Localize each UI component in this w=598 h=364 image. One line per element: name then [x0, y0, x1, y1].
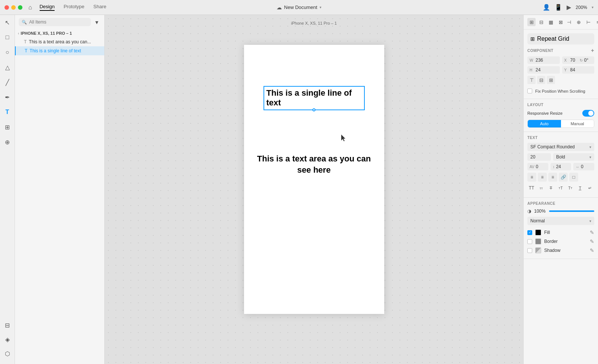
shadow-row: Shadow ✎	[527, 246, 594, 255]
text-box-button[interactable]: □	[569, 173, 578, 182]
align-center-icon[interactable]: ⊕	[574, 18, 583, 26]
canvas-area[interactable]: iPhone X, XS, 11 Pro – 1 This is a singl…	[105, 15, 523, 364]
layers-icon[interactable]: ◈	[3, 335, 12, 344]
component-section-title: COMPONENT +	[527, 47, 594, 53]
artboard[interactable]: This is a single line of text This is a …	[244, 45, 384, 314]
responsive-resize-toggle[interactable]	[582, 110, 594, 117]
align-bottom-icon[interactable]: ⊞	[547, 76, 555, 84]
pen-tool[interactable]: ✒	[3, 93, 12, 102]
add-component-button[interactable]: +	[591, 47, 594, 53]
text-strikethrough-button[interactable]: T	[547, 184, 555, 192]
panel-tool-4[interactable]: ⊠	[557, 18, 565, 26]
text-tt-button[interactable]: TT	[527, 184, 536, 192]
font-size-field[interactable]: 20	[527, 153, 551, 161]
fill-edit-icon[interactable]: ✎	[590, 229, 594, 235]
auto-button[interactable]: Auto	[528, 120, 561, 127]
layer-group-label: IPHONE X, XS, 11 PRO – 1	[21, 31, 72, 36]
dropdown-chevron-icon[interactable]: ▾	[320, 5, 321, 9]
text-align-center-button[interactable]: ≡	[538, 173, 547, 182]
text-tool[interactable]: T	[3, 108, 12, 117]
minimize-button[interactable]	[11, 5, 16, 10]
letter-spacing-icon: ↔	[576, 165, 579, 169]
layer-group-header[interactable]: ‹ IPHONE X, XS, 11 PRO – 1	[15, 29, 104, 37]
tab-share[interactable]: Share	[93, 4, 107, 11]
align-middle-icon[interactable]: ⊟	[537, 76, 545, 84]
assets-icon[interactable]: ⬡	[3, 349, 12, 358]
zoom-dropdown-icon[interactable]: ▾	[592, 5, 594, 9]
font-name-row[interactable]: SF Compact Rounded ▾	[527, 143, 594, 151]
search-box[interactable]: 🔍	[19, 18, 91, 26]
border-checkbox[interactable]	[527, 239, 532, 244]
line-height-field[interactable]: ↕ 24	[551, 163, 571, 170]
panel-tool-2[interactable]: ⊟	[537, 18, 545, 26]
triangle-tool[interactable]: △	[3, 63, 12, 72]
opacity-icon: ◑	[527, 209, 531, 214]
panel-tool-1[interactable]: ⊞	[527, 18, 536, 26]
document-title-area: ☁ New Document ▾	[277, 4, 321, 10]
blend-mode-label: Normal	[530, 218, 545, 223]
layer-item-singleline[interactable]: T This is a single line of text	[15, 46, 104, 55]
text-superscript-button[interactable]: TT	[557, 184, 565, 192]
maximize-button[interactable]	[18, 5, 22, 10]
height-field[interactable]: H 24	[527, 66, 560, 74]
rotate-value: 0°	[584, 58, 592, 63]
border-color-swatch[interactable]	[535, 238, 541, 244]
text-small-caps-button[interactable]: tt	[537, 184, 545, 192]
font-weight-value: Bold	[556, 154, 565, 160]
shadow-edit-icon[interactable]: ✎	[590, 247, 594, 253]
text-area-element[interactable]: This is a text area as you can see here	[255, 153, 373, 175]
tab-design[interactable]: Design	[40, 4, 55, 11]
align-right-icon[interactable]: ⊢	[584, 18, 592, 26]
home-icon[interactable]: ⌂	[28, 4, 32, 11]
line-tool[interactable]: ╱	[3, 78, 12, 87]
tab-prototype[interactable]: Prototype	[64, 4, 84, 11]
search-input[interactable]	[29, 19, 88, 25]
text-align-right-button[interactable]: ≡	[548, 173, 557, 182]
opacity-slider[interactable]	[549, 210, 594, 212]
text-link-button[interactable]: 🔗	[559, 173, 568, 182]
toggle-knob	[588, 111, 594, 116]
width-field[interactable]: W 236	[527, 56, 560, 64]
align-top-icon[interactable]: ⊤	[527, 76, 536, 84]
zoom-level[interactable]: 200%	[576, 5, 587, 10]
y-field[interactable]: Y 84	[562, 66, 595, 74]
text-subscript-button[interactable]: TT	[566, 184, 574, 192]
blend-mode-dropdown-icon: ▾	[589, 219, 591, 223]
manual-button[interactable]: Manual	[561, 120, 594, 127]
ellipse-tool[interactable]: ○	[3, 48, 12, 57]
layers-filter-dropdown[interactable]: ▾	[93, 18, 101, 26]
fill-row: ✓ Fill ✎	[527, 228, 594, 237]
play-icon[interactable]: ▶	[567, 4, 571, 11]
selected-text-element[interactable]: This is a single line of text	[263, 86, 365, 110]
layer-item-textarea[interactable]: T This is a text area as you can...	[15, 37, 104, 46]
x-field[interactable]: X 70 ↻ 0°	[562, 56, 595, 64]
layer-item-active-label: This is a single line of text	[30, 48, 81, 53]
font-weight-row[interactable]: Bold ▾	[553, 153, 594, 161]
distribute-icon[interactable]: ≡	[594, 18, 598, 26]
artboards-icon[interactable]: ⊟	[3, 321, 12, 330]
select-tool[interactable]: ↖	[3, 18, 12, 27]
text-underline-button[interactable]: T	[576, 184, 584, 192]
fix-position-checkbox[interactable]	[527, 89, 532, 93]
letter-spacing-field[interactable]: ↔ 0	[573, 163, 594, 170]
panel-tool-3[interactable]: ▦	[547, 18, 555, 26]
appearance-section: APPEARANCE ◑ 100% Normal ▾ ✓ Fill	[524, 198, 598, 259]
repeat-grid-button[interactable]: ⊞ Repeat Grid	[527, 33, 594, 44]
shadow-color-swatch[interactable]	[535, 247, 541, 253]
border-edit-icon[interactable]: ✎	[590, 238, 594, 244]
blend-mode-row[interactable]: Normal ▾	[527, 217, 594, 225]
text-direction-button[interactable]: ↵	[586, 184, 594, 192]
align-left-icon[interactable]: ⊣	[565, 18, 573, 26]
rectangle-tool[interactable]: □	[3, 33, 12, 42]
component-tool[interactable]: ⊞	[3, 123, 12, 132]
fill-checkbox[interactable]: ✓	[527, 230, 532, 235]
y-label: Y	[564, 68, 569, 72]
user-icon[interactable]: 👤	[543, 4, 550, 11]
shadow-checkbox[interactable]	[527, 248, 532, 253]
device-icon[interactable]: 📱	[555, 4, 562, 11]
fill-color-swatch[interactable]	[535, 229, 541, 235]
text-align-left-button[interactable]: ≡	[527, 173, 536, 182]
zoom-tool[interactable]: ⊕	[3, 138, 12, 146]
av-field[interactable]: AV 0	[527, 163, 548, 170]
close-button[interactable]	[4, 5, 9, 10]
